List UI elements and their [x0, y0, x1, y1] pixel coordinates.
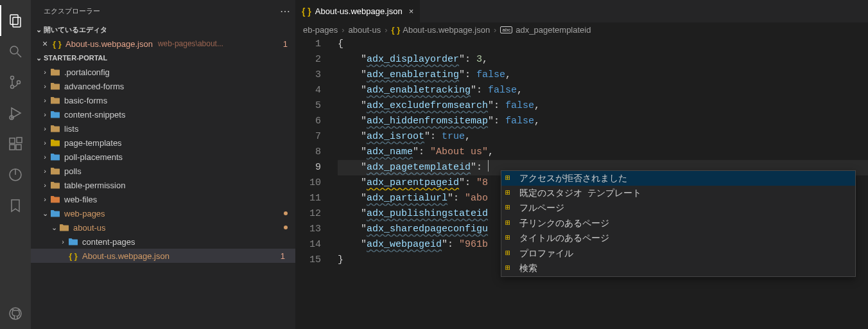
tree-item-label: content-pages — [82, 237, 135, 247]
autocomplete-item[interactable]: ⊞フルページ — [501, 201, 855, 216]
autocomplete-label: タイトルのあるページ — [519, 231, 609, 246]
chevron-right-icon: › — [40, 195, 50, 203]
autocomplete-label: 既定のスタジオ テンプレート — [519, 186, 641, 201]
svg-rect-8 — [10, 138, 15, 143]
activity-power-icon[interactable] — [0, 159, 31, 190]
breadcrumb-part[interactable]: About-us.webpage.json — [403, 25, 490, 35]
editor-tab[interactable]: { } About-us.webpage.json × — [295, 0, 421, 22]
sidebar-title: エクスプローラー — [44, 6, 280, 16]
enum-icon: ⊞ — [505, 261, 516, 276]
autocomplete-item[interactable]: ⊞アクセスが拒否されました — [501, 171, 855, 186]
modified-dot-icon — [284, 211, 288, 215]
workspace-section[interactable]: ⌄ STARTER-PORTAL — [31, 51, 295, 65]
activity-bar — [0, 0, 31, 329]
autocomplete-popup[interactable]: ⊞アクセスが拒否されました⊞既定のスタジオ テンプレート⊞フルページ⊞子リンクの… — [501, 170, 856, 277]
problem-count: 1 — [281, 251, 285, 261]
open-editors-label: 開いているエディタ — [44, 25, 107, 35]
enum-icon: ⊞ — [505, 200, 516, 216]
folder-item[interactable]: ›advanced-forms — [31, 79, 295, 93]
folder-item[interactable]: ⌄about-us — [31, 220, 295, 235]
open-editor-badge: 1 — [283, 39, 288, 49]
folder-item[interactable]: ⌄web-pages — [31, 206, 295, 220]
chevron-right-icon: › — [40, 111, 50, 118]
tree-item-label: basic-forms — [64, 96, 107, 105]
folder-icon — [59, 222, 69, 233]
tree-item-label: advanced-forms — [64, 82, 124, 91]
folder-item[interactable]: ›polls — [31, 164, 295, 178]
file-item[interactable]: { }About-us.webpage.json1 — [31, 249, 295, 263]
close-icon[interactable]: × — [42, 39, 53, 49]
tree-item-label: about-us — [73, 223, 106, 233]
chevron-down-icon: ⌄ — [40, 209, 50, 218]
svg-point-4 — [11, 76, 14, 80]
activity-search-icon[interactable] — [0, 36, 31, 67]
folder-item[interactable]: ›content-snippets — [31, 107, 295, 121]
folder-icon — [50, 123, 60, 134]
sidebar-header: エクスプローラー ⋯ — [31, 0, 295, 22]
activity-extensions-icon[interactable] — [0, 129, 31, 159]
folder-icon — [50, 152, 60, 162]
tab-filename: About-us.webpage.json — [315, 6, 403, 16]
folder-icon — [50, 166, 60, 176]
activity-scm-icon[interactable] — [0, 67, 31, 98]
close-icon[interactable]: × — [409, 6, 414, 16]
svg-line-3 — [17, 53, 21, 57]
tab-bar: { } About-us.webpage.json × — [295, 0, 868, 22]
autocomplete-label: プロファイル — [519, 246, 573, 262]
more-icon[interactable]: ⋯ — [280, 5, 290, 17]
autocomplete-item[interactable]: ⊞タイトルのあるページ — [501, 231, 855, 246]
activity-bookmark-icon[interactable] — [0, 190, 31, 221]
breadcrumb-part[interactable]: about-us — [349, 25, 381, 35]
autocomplete-item[interactable]: ⊞子リンクのあるページ — [501, 216, 855, 231]
code-editor[interactable]: 123456789101112131415 { "adx_displayorde… — [295, 37, 868, 329]
chevron-down-icon: ⌄ — [33, 54, 44, 62]
json-file-icon: { } — [53, 39, 63, 49]
autocomplete-item[interactable]: ⊞検索 — [501, 261, 855, 276]
folder-item[interactable]: ›content-pages — [31, 235, 295, 249]
activity-debug-icon[interactable] — [0, 98, 31, 129]
svg-rect-10 — [16, 145, 21, 150]
tree-item-label: web-files — [64, 195, 97, 204]
activity-explorer-icon[interactable] — [0, 5, 31, 36]
folder-icon — [68, 236, 78, 247]
folder-item[interactable]: ›page-templates — [31, 136, 295, 150]
svg-rect-9 — [10, 145, 15, 150]
autocomplete-item[interactable]: ⊞プロファイル — [501, 246, 855, 261]
enum-icon: ⊞ — [505, 186, 516, 201]
tree-item-label: lists — [64, 124, 78, 134]
activity-github-icon[interactable] — [0, 298, 31, 329]
autocomplete-label: アクセスが拒否されました — [519, 171, 627, 186]
open-editor-path: web-pages\about... — [158, 39, 223, 48]
breadcrumb-part[interactable]: adx_pagetemplateid — [516, 25, 591, 35]
enum-icon: ⊞ — [505, 246, 516, 262]
autocomplete-item[interactable]: ⊞既定のスタジオ テンプレート — [501, 186, 855, 200]
breadcrumb-part[interactable]: eb-pages — [303, 25, 338, 35]
folder-icon — [50, 81, 60, 91]
folder-icon — [50, 109, 60, 120]
folder-item[interactable]: ›lists — [31, 121, 295, 136]
explorer-sidebar: エクスプローラー ⋯ ⌄ 開いているエディタ × { } About-us.we… — [31, 0, 295, 329]
folder-icon — [50, 208, 60, 218]
open-editors-section[interactable]: ⌄ 開いているエディタ — [31, 22, 295, 37]
chevron-right-icon: › — [40, 139, 50, 147]
folder-item[interactable]: ›table-permission — [31, 178, 295, 192]
folder-item[interactable]: ›.portalconfig — [31, 65, 295, 79]
tree-item-label: .portalconfig — [64, 67, 110, 77]
folder-item[interactable]: ›basic-forms — [31, 93, 295, 107]
chevron-right-icon: › — [40, 125, 50, 132]
chevron-right-icon: › — [385, 25, 387, 35]
svg-rect-1 — [13, 17, 21, 27]
workspace-label: STARTER-PORTAL — [44, 54, 107, 62]
symbol-string-icon: abc — [500, 26, 512, 33]
folder-item[interactable]: ›poll-placements — [31, 150, 295, 164]
breadcrumb[interactable]: eb-pages › about-us › { } About-us.webpa… — [295, 22, 868, 37]
chevron-right-icon: › — [58, 238, 68, 245]
chevron-down-icon: ⌄ — [33, 26, 44, 34]
chevron-right-icon: › — [494, 25, 496, 35]
open-editor-item[interactable]: × { } About-us.webpage.json web-pages\ab… — [31, 37, 295, 51]
folder-icon — [50, 95, 60, 105]
chevron-right-icon: › — [40, 68, 50, 76]
folder-icon — [50, 180, 60, 190]
folder-item[interactable]: ›web-files — [31, 192, 295, 206]
tree-item-label: polls — [64, 166, 82, 176]
